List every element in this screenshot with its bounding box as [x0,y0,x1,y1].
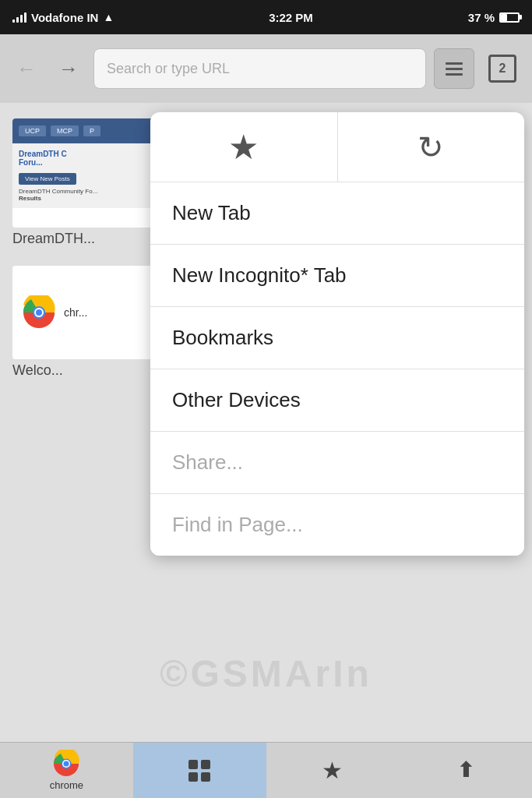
bottom-share-icon: ⬆ [457,758,474,782]
chrome-tab-label: chr... [64,306,87,319]
share-item[interactable]: Share... [150,432,524,494]
p-tab: P [83,125,100,136]
svg-point-7 [64,761,69,767]
chrome-thumbnail: chr... [12,266,153,359]
hamburger-icon [446,62,463,76]
chrome-bottom-logo [52,750,80,778]
chrome-tab-label: chrome [50,779,83,791]
url-placeholder: Search or type URL [107,61,230,77]
carrier-label: Vodafone IN [31,11,98,24]
find-in-page-item[interactable]: Find in Page... [150,494,524,556]
bottom-tab-chrome[interactable]: chrome [0,743,133,798]
ucp-tab: UCP [19,125,46,136]
bottom-bar: chrome ★ ⬆ [0,742,532,798]
status-right: 37 % [468,11,520,24]
back-button[interactable]: ← [9,51,44,86]
dropdown-arrow [445,112,467,114]
status-left: Vodafone IN ▲ [12,11,114,24]
svg-point-3 [36,309,42,316]
watermark: ©GSMArIn [160,652,372,695]
mcp-tab: MCP [51,125,79,136]
bottom-tab-share[interactable]: ⬆ [399,743,532,798]
dreamdth-thumbnail: UCP MCP P DreamDTH CForu... View New Pos… [12,118,168,228]
tabs-count-icon: 2 [488,55,516,83]
browser-toolbar: ← → Search or type URL 2 [0,34,532,103]
new-incognito-tab-item[interactable]: New Incognito* Tab [150,245,524,307]
forward-arrow-icon: → [58,57,79,81]
battery-label: 37 % [468,11,495,24]
view-new-posts-btn: View New Posts [19,173,76,185]
status-bar: Vodafone IN ▲ 3:22 PM 37 % [0,0,532,34]
bookmark-star-icon: ★ [228,127,259,167]
thumb-title: DreamDTH CForu... [19,150,162,167]
reload-refresh-icon: ↻ [417,129,444,165]
time-label: 3:22 PM [269,11,313,24]
bookmark-icon-button[interactable]: ★ [150,112,338,182]
bookmarks-item[interactable]: Bookmarks [150,307,524,369]
reload-icon-button[interactable]: ↻ [338,112,525,182]
back-arrow-icon: ← [16,57,37,81]
thumb-subtitle: DreamDTH Community Fo...Results [19,188,162,202]
new-tab-item[interactable]: New Tab [150,182,524,245]
page-content: UCP MCP P DreamDTH CForu... View New Pos… [0,103,532,742]
signal-bars-icon [12,12,26,23]
bottom-star-icon: ★ [322,757,343,784]
other-devices-item[interactable]: Other Devices [150,369,524,432]
url-bar[interactable]: Search or type URL [93,48,426,89]
battery-icon [499,12,520,23]
tabs-button[interactable]: 2 [482,48,523,89]
forward-button[interactable]: → [51,51,86,86]
menu-top-row: ★ ↻ [150,112,524,182]
menu-button[interactable] [434,48,474,89]
welcome-label: Welco... [12,362,153,379]
dropdown-menu: ★ ↻ New Tab New Incognito* Tab Bookmarks… [150,112,524,556]
bottom-tab-bookmark[interactable]: ★ [266,743,400,798]
wifi-icon: ▲ [103,11,114,23]
grid-view-icon [188,760,210,782]
chrome-logo-svg [22,295,56,330]
dreamdth-label: DreamDTH... [12,231,168,247]
bottom-tab-grid[interactable] [133,743,266,798]
